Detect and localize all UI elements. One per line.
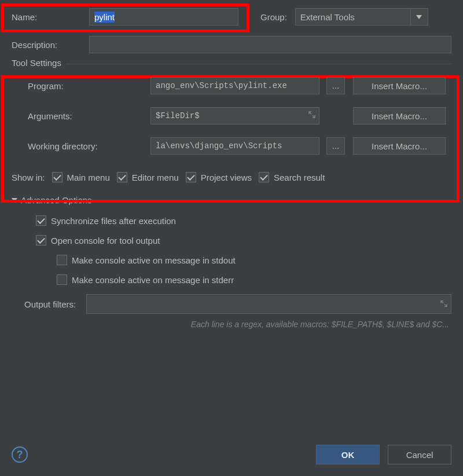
workdir-input[interactable]: la\envs\django_env\Scripts xyxy=(150,137,319,155)
question-icon: ? xyxy=(17,449,23,461)
workdir-insert-macro-button[interactable]: Insert Macro... xyxy=(353,137,446,155)
program-input[interactable]: ango_env\Scripts\pylint.exe xyxy=(150,77,319,94)
arguments-label: Arguments: xyxy=(28,111,144,121)
group-dropdown-button[interactable] xyxy=(411,8,428,25)
group-select[interactable]: External Tools xyxy=(295,8,428,25)
show-in-row: Show in: Main menu Editor menu Project v… xyxy=(12,172,451,182)
group-label: Group: xyxy=(260,12,287,22)
advanced-options-body: Synchronize files after execution Open c… xyxy=(12,215,451,285)
active-stderr-checkbox[interactable]: Make console active on message in stderr xyxy=(57,274,451,285)
workdir-row: Working directory: la\envs\django_env\Sc… xyxy=(28,137,446,155)
show-in-editor-menu[interactable]: Editor menu xyxy=(117,172,179,182)
arguments-row: Arguments: $FileDir$ Insert Macro... xyxy=(28,107,446,125)
program-insert-macro-button[interactable]: Insert Macro... xyxy=(353,77,446,94)
tool-settings-group: Tool Settings Program: ango_env\Scripts\… xyxy=(12,64,451,162)
workdir-browse-button[interactable]: ... xyxy=(326,137,345,155)
description-row: Description: xyxy=(12,36,451,53)
description-input[interactable] xyxy=(89,36,451,53)
chevron-down-icon xyxy=(416,15,422,19)
chevron-down-icon xyxy=(12,198,17,202)
name-group-row: Name: pylint Group: External Tools xyxy=(12,8,451,25)
group-value: External Tools xyxy=(300,12,355,22)
checkbox-icon xyxy=(36,235,46,246)
expand-icon[interactable] xyxy=(308,111,315,120)
output-filters-row: Output filters: xyxy=(12,294,451,314)
description-label: Description: xyxy=(12,40,81,50)
program-row: Program: ango_env\Scripts\pylint.exe ...… xyxy=(28,77,446,94)
advanced-options-toggle[interactable]: Advanced Options xyxy=(12,195,451,205)
checkbox-icon xyxy=(57,255,67,265)
show-in-label: Show in: xyxy=(12,173,45,182)
program-label: Program: xyxy=(28,81,144,91)
program-browse-button[interactable]: ... xyxy=(326,77,345,94)
checkbox-icon xyxy=(57,274,67,285)
arguments-input[interactable]: $FileDir$ xyxy=(150,107,319,125)
show-in-search-results[interactable]: Search result xyxy=(259,172,325,182)
workdir-label: Working directory: xyxy=(28,141,144,151)
checkbox-icon xyxy=(259,172,269,182)
sync-files-checkbox[interactable]: Synchronize files after execution xyxy=(36,215,451,226)
checkbox-icon xyxy=(186,172,196,182)
name-label: Name: xyxy=(12,12,81,22)
expand-icon[interactable] xyxy=(440,299,447,309)
active-stdout-checkbox[interactable]: Make console active on message in stdout xyxy=(57,255,451,265)
external-tool-dialog: Name: pylint Group: External Tools Descr… xyxy=(0,0,463,476)
open-console-checkbox[interactable]: Open console for tool output xyxy=(36,235,451,246)
ellipsis-icon: ... xyxy=(332,81,339,90)
output-filters-label: Output filters: xyxy=(24,299,76,309)
output-filters-hint: Each line is a regex, available macros: … xyxy=(12,320,451,329)
arguments-insert-macro-button[interactable]: Insert Macro... xyxy=(353,107,446,125)
cancel-button[interactable]: Cancel xyxy=(388,445,451,464)
show-in-project-views[interactable]: Project views xyxy=(186,172,252,182)
help-button[interactable]: ? xyxy=(12,446,28,463)
checkbox-icon xyxy=(52,172,63,182)
checkbox-icon xyxy=(36,215,46,226)
checkbox-icon xyxy=(117,172,127,182)
output-filters-input[interactable] xyxy=(86,294,451,314)
dialog-footer: ? OK Cancel xyxy=(12,445,451,464)
ellipsis-icon: ... xyxy=(332,141,339,151)
name-input[interactable]: pylint xyxy=(89,8,238,25)
show-in-main-menu[interactable]: Main menu xyxy=(52,172,110,182)
tool-settings-legend: Tool Settings xyxy=(12,58,66,68)
ok-button[interactable]: OK xyxy=(316,445,380,464)
